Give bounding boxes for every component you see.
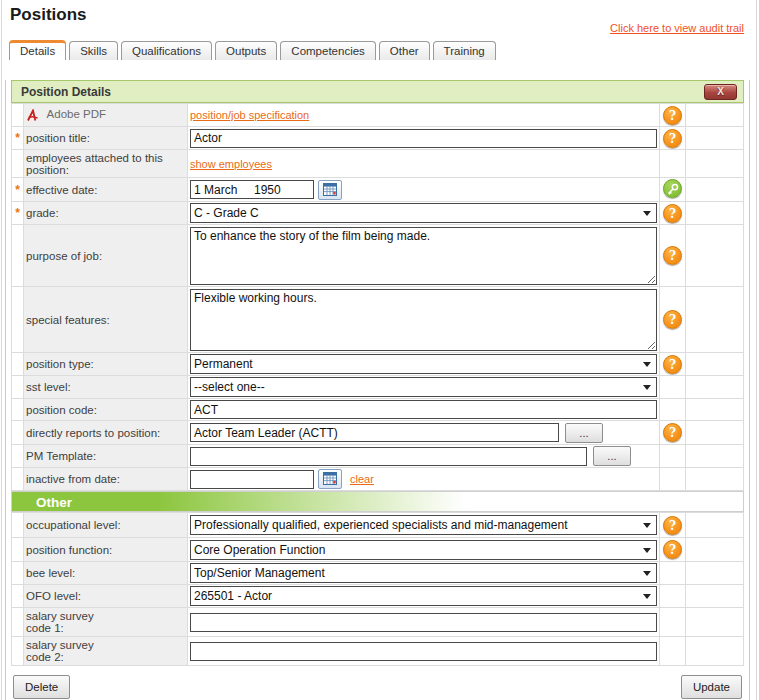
- row-special-features: special features: Flexible working hours…: [12, 287, 744, 353]
- row-position-type: position type: Permanent ?: [12, 353, 744, 376]
- required-asterisk: *: [12, 202, 24, 225]
- row-ofo-level: OFO level: 265501 - Actor: [12, 585, 744, 608]
- salary-code-2-input[interactable]: [190, 642, 657, 661]
- occupational-level-label: occupational level:: [24, 513, 188, 538]
- row-sst-level: sst level: --select one--: [12, 376, 744, 399]
- required-asterisk: *: [12, 178, 24, 202]
- position-type-label: position type:: [24, 353, 188, 376]
- required-asterisk: *: [12, 127, 24, 150]
- ofo-level-label: OFO level:: [24, 585, 188, 608]
- special-features-textarea[interactable]: Flexible working hours.: [190, 289, 657, 351]
- position-function-label: position function:: [24, 538, 188, 562]
- help-icon[interactable]: ?: [663, 106, 682, 125]
- row-position-title: * position title: ?: [12, 127, 744, 150]
- sst-level-label: sst level:: [24, 376, 188, 399]
- action-bar: Delete Update: [11, 675, 744, 700]
- calendar-icon[interactable]: [318, 469, 342, 489]
- audit-trail-link[interactable]: Click here to view audit trail: [610, 22, 744, 34]
- row-reports-to: directly reports to position: ... ?: [12, 421, 744, 445]
- panel-header: Position Details X: [11, 80, 744, 103]
- bee-level-label: bee level:: [24, 562, 188, 585]
- row-inactive-date: inactive from date: clear: [12, 468, 744, 491]
- help-icon[interactable]: ?: [663, 310, 682, 329]
- other-section-form: occupational level: Professionally quali…: [11, 512, 744, 666]
- help-icon[interactable]: ?: [663, 129, 682, 148]
- bee-level-select[interactable]: Top/Senior Management: [190, 563, 657, 583]
- row-pdf-spec: Adobe PDF position/job specification ?: [12, 104, 744, 127]
- tab-skills[interactable]: Skills: [69, 41, 118, 60]
- pm-template-browse-button[interactable]: ...: [593, 446, 631, 466]
- purpose-of-job-textarea[interactable]: To enhance the story of the film being m…: [190, 227, 657, 285]
- pm-template-label: PM Template:: [24, 445, 188, 468]
- tab-bar: Details Skills Qualifications Outputs Co…: [2, 38, 756, 60]
- inactive-date-label: inactive from date:: [24, 468, 188, 491]
- help-icon[interactable]: ?: [663, 516, 682, 535]
- help-icon[interactable]: ?: [663, 423, 682, 442]
- position-title-input[interactable]: [190, 129, 657, 148]
- grade-select[interactable]: C - Grade C: [190, 203, 657, 223]
- reports-to-label: directly reports to position:: [24, 421, 188, 445]
- position-details-form: Adobe PDF position/job specification ? *…: [11, 103, 744, 491]
- job-specification-link[interactable]: position/job specification: [190, 109, 309, 121]
- ofo-level-select[interactable]: 265501 - Actor: [190, 586, 657, 606]
- tab-outputs[interactable]: Outputs: [215, 41, 277, 60]
- details-panel: Position Details X Adobe PDF position/jo…: [5, 80, 750, 700]
- purpose-label: purpose of job:: [24, 225, 188, 287]
- tab-training[interactable]: Training: [433, 41, 496, 60]
- show-employees-link[interactable]: show employees: [190, 158, 272, 170]
- inactive-date-input[interactable]: [190, 470, 314, 489]
- reports-to-input[interactable]: [190, 423, 559, 442]
- row-purpose: purpose of job: To enhance the story of …: [12, 225, 744, 287]
- employees-label: employees attached to this position:: [24, 150, 188, 178]
- tab-qualifications[interactable]: Qualifications: [121, 41, 212, 60]
- position-function-select[interactable]: Core Operation Function: [190, 540, 657, 560]
- close-icon[interactable]: X: [704, 84, 737, 100]
- tab-competencies[interactable]: Competencies: [280, 41, 376, 60]
- help-icon[interactable]: ?: [663, 204, 682, 223]
- clear-date-link[interactable]: clear: [350, 473, 374, 485]
- pdf-label: Adobe PDF: [47, 108, 106, 120]
- help-icon[interactable]: ?: [663, 246, 682, 265]
- row-salary-code-1: salary survey code 1:: [12, 608, 744, 637]
- delete-button[interactable]: Delete: [13, 675, 70, 699]
- position-code-label: position code:: [24, 399, 188, 421]
- calendar-icon[interactable]: [318, 180, 342, 200]
- pm-template-input[interactable]: [190, 447, 587, 466]
- other-section-title: Other: [36, 495, 72, 510]
- row-salary-code-2: salary survey code 2:: [12, 637, 744, 666]
- row-grade: * grade: C - Grade C ?: [12, 202, 744, 225]
- salary-code-2-label: salary survey code 2:: [24, 637, 188, 666]
- occupational-level-select[interactable]: Professionally qualified, experienced sp…: [190, 515, 657, 535]
- effective-date-input[interactable]: [190, 180, 314, 199]
- tab-other[interactable]: Other: [379, 41, 430, 60]
- salary-code-1-input[interactable]: [190, 613, 657, 632]
- row-position-code: position code:: [12, 399, 744, 421]
- top-bar: Positions Click here to view audit trail: [2, 0, 756, 38]
- row-pm-template: PM Template: ...: [12, 445, 744, 468]
- sst-level-select[interactable]: --select one--: [190, 377, 657, 397]
- salary-code-1-label: salary survey code 1:: [24, 608, 188, 637]
- row-employees: employees attached to this position: sho…: [12, 150, 744, 178]
- reports-to-browse-button[interactable]: ...: [565, 423, 603, 443]
- row-effective-date: * effective date:: [12, 178, 744, 202]
- page: Positions Click here to view audit trail…: [1, 0, 757, 700]
- section-header-other: Other: [11, 491, 744, 512]
- key-icon[interactable]: [663, 179, 682, 198]
- help-icon[interactable]: ?: [663, 355, 682, 374]
- special-features-label: special features:: [24, 287, 188, 353]
- row-bee-level: bee level: Top/Senior Management: [12, 562, 744, 585]
- help-icon[interactable]: ?: [663, 540, 682, 559]
- row-occupational-level: occupational level: Professionally quali…: [12, 513, 744, 538]
- grade-label: grade:: [24, 202, 188, 225]
- tab-details[interactable]: Details: [9, 40, 66, 60]
- row-position-function: position function: Core Operation Functi…: [12, 538, 744, 562]
- position-title-label: position title:: [24, 127, 188, 150]
- adobe-pdf-icon: [26, 109, 40, 122]
- update-button[interactable]: Update: [681, 675, 742, 699]
- position-code-input[interactable]: [190, 400, 657, 419]
- position-type-select[interactable]: Permanent: [190, 354, 657, 374]
- effective-date-label: effective date:: [24, 178, 188, 202]
- page-title: Positions: [10, 5, 87, 25]
- panel-title: Position Details: [21, 85, 704, 99]
